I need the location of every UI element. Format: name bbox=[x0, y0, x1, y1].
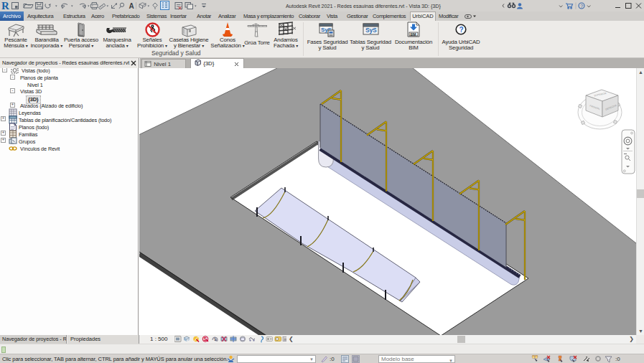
svg-text:S: S bbox=[204, 336, 207, 341]
svg-text:BIM: BIM bbox=[411, 33, 416, 37]
svg-text:SyS: SyS bbox=[365, 27, 377, 34]
svg-text:9: 9 bbox=[214, 337, 216, 341]
svg-text:?: ? bbox=[459, 26, 464, 34]
svg-text:?: ? bbox=[580, 4, 583, 9]
svg-text:A: A bbox=[129, 2, 134, 10]
